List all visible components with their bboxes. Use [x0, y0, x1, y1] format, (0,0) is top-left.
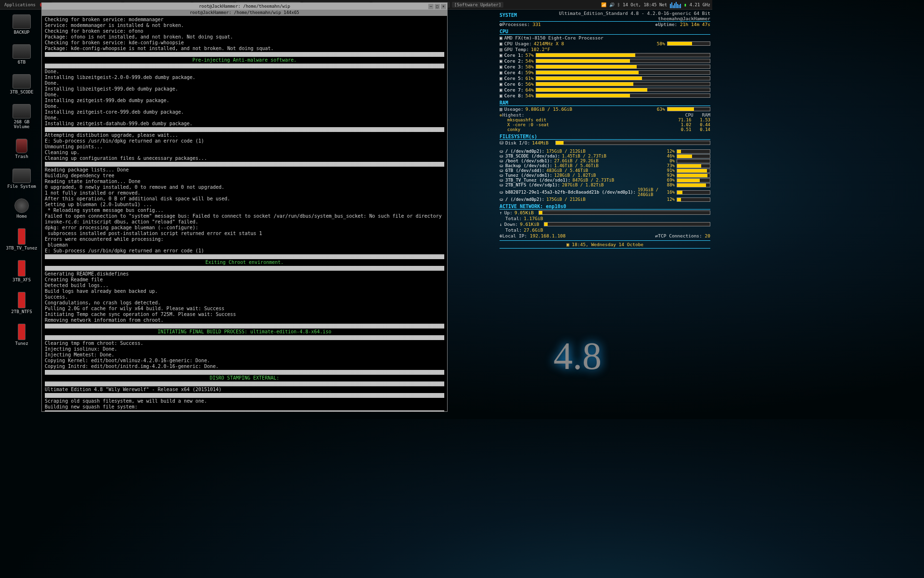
terminal-body[interactable]: Checking for broken service: modemmanage…: [42, 16, 447, 411]
desktop-icon-label: Trash: [15, 154, 28, 159]
desktop-icon-label: 6TB: [18, 60, 26, 65]
terminal-line: Building dependency tree: [45, 173, 444, 179]
desktop-icon-3tb_scode[interactable]: 3TB_SCODE: [5, 74, 38, 94]
drive-icon: [13, 104, 31, 118]
terminal-line: Checking for broken service: modemmanage…: [45, 17, 444, 23]
user-line: theemahn@JackHammer: [559, 16, 710, 21]
terminal-line: Detected build logs...: [45, 283, 444, 289]
terminal-line: Installing zeitgeist-999.deb dumby packa…: [45, 98, 444, 104]
cpu-section-title: CPU: [500, 29, 710, 35]
apps-menu-label: Applications: [4, 2, 36, 7]
desktop-icon-tunez[interactable]: Tunez: [5, 324, 38, 346]
terminal-line: Building new squash file system:: [45, 404, 444, 410]
process-row: mksquashfs edit71.161.53: [500, 118, 710, 122]
terminal-line: Package: ofono is not installed, and not…: [45, 34, 444, 40]
terminal-line: Initiating Temp cache sync operation of …: [45, 312, 444, 317]
terminal-line: Success.: [45, 294, 444, 300]
terminal-titlebar[interactable]: root@JackHammer: /home/theemahn/wip – □ …: [42, 3, 447, 10]
drive-icon: [13, 44, 31, 59]
desktop-icon-backup[interactable]: BACKUP: [5, 14, 38, 35]
desktop-icon-label: 3TB_XFS: [13, 277, 31, 282]
terminal-line: Done.: [45, 69, 444, 75]
terminal-line: Clearing tmp from chroot: Success.: [45, 341, 444, 346]
terminal-line: subprocess installed post-installation s…: [45, 231, 444, 236]
taskbar-item-6[interactable]: [Software Updater]: [452, 2, 504, 8]
desktop-icon-label: 2TB_NTFS: [11, 309, 32, 314]
desktop-icon-268-gb-volume[interactable]: 268 GB Volume: [5, 104, 38, 129]
desktop-icon-label: 268 GB Volume: [5, 119, 38, 129]
core-row: ▣Core 3: 58%: [500, 64, 710, 69]
terminal-subtitle: root@JackHammer: /home/theemahn/wip 144x…: [42, 10, 447, 16]
desktop-icon-2tb_ntfs[interactable]: 2TB_NTFS: [5, 292, 38, 314]
cpu-model: AMD FX(tm)-8150 Eight-Core Processor: [504, 35, 603, 40]
terminal-line: Setting up blueman (2.0-1ubuntu1) ...: [45, 202, 444, 208]
bluetooth-icon[interactable]: ᛒ: [617, 2, 620, 7]
terminal-line: Done.: [45, 115, 444, 121]
net-section-title: ACTIVE NETWORK: enp10s0: [500, 204, 710, 210]
terminal-line: Pulling 2.0G of cache for wily x64 build…: [45, 306, 444, 312]
terminal-line: Service: modemmanager is installed & not…: [45, 23, 444, 28]
battery-icon[interactable]: ▮: [684, 2, 686, 7]
terminal-line: Done.: [45, 92, 444, 98]
terminal-line: Cleaning up configuration files & uneces…: [45, 156, 444, 161]
terminal-header: Exiting Chroot environment.: [45, 260, 444, 265]
terminal-line: Installing libzeitgeist-999.deb dumby pa…: [45, 86, 444, 92]
drive-icon: [13, 74, 31, 89]
volume-icon[interactable]: 🔊: [609, 2, 615, 7]
terminal-line: Checking for broken service: ofono: [45, 28, 444, 34]
trash-icon: [16, 139, 27, 153]
filesystem-row: ⛀/ (/dev/md0p2): 175GiB / 212GiB12%: [500, 197, 710, 202]
drive-icon: [13, 14, 31, 29]
terminal-line: Injecting Memtest: Done.: [45, 352, 444, 358]
process-row: conky0.510.14: [500, 127, 710, 132]
desktop-icon-label: 3TB_TV_Tunez: [6, 246, 37, 250]
cpu-monitor-icon[interactable]: [670, 1, 681, 8]
terminal-line: Installing libzeitgeist-2.0-0-999.deb du…: [45, 75, 444, 80]
edition-logo: 4.8: [553, 334, 602, 378]
maximize-button[interactable]: □: [435, 4, 440, 9]
desktop-icon-home[interactable]: Home: [5, 198, 38, 219]
desktop-icon-file-system[interactable]: File System: [5, 169, 38, 189]
minimize-button[interactable]: –: [428, 4, 434, 9]
terminal-line: 1 not fully installed or removed.: [45, 190, 444, 196]
filesystem-row: ⛀6TB (/dev/sdd): 483GiB / 5.46TiB91%: [500, 168, 710, 173]
terminal-line: Creating Readme file: [45, 277, 444, 283]
core-row: ▣Core 5: 61%: [500, 76, 710, 81]
terminal-line: blueman: [45, 242, 444, 248]
desktop-icon-3tb_xfs[interactable]: 3TB_XFS: [5, 260, 38, 282]
terminal-line: invoke-rc.d: initscript dbus, action "re…: [45, 219, 444, 225]
desktop-icon-label: Tunez: [15, 341, 28, 346]
system-section-title: SYSTEM: [500, 13, 517, 18]
terminal-line: Failed to open connection to "system" me…: [45, 213, 444, 219]
filesystem-row: ⛀3TB_SCODE (/dev/sda): 1.45TiB / 2.73TiB…: [500, 154, 710, 158]
applications-menu[interactable]: Applications: [2, 2, 38, 8]
clock-label[interactable]: 14 Oct, 18:45 Net: [623, 2, 667, 7]
network-icon[interactable]: 📶: [601, 2, 606, 7]
terminal-line: Ultimate Edition 4.8 "Wily Werewolf" - R…: [45, 387, 444, 393]
usb-icon: [18, 324, 26, 340]
terminal-line: E: Sub-process /usr/bin/dpkg returned an…: [45, 248, 444, 254]
close-button[interactable]: ×: [441, 4, 446, 9]
conky-panel: SYSTEM Ultimate_Edition_Standard 4.8 - 4…: [500, 11, 710, 249]
terminal-line: Checking for broken service: kde-config-…: [45, 40, 444, 46]
terminal-line: Removing network information from chroot…: [45, 317, 444, 323]
terminal-line: Injecting isolinux: Done.: [45, 346, 444, 352]
terminal-line: Reading state information... Done: [45, 179, 444, 184]
desktop-icon-3tb_tv_tunez[interactable]: 3TB_TV_Tunez: [5, 228, 38, 250]
cpu-freq-label: 4.21 GHz: [690, 2, 710, 7]
fs-section-title: FILESYSTEM(s): [500, 134, 710, 140]
core-row: ▣Core 4: 59%: [500, 70, 710, 75]
usb-icon: [18, 228, 26, 245]
terminal-line: Congradulations, no crash logs detected.: [45, 300, 444, 306]
desktop-icon-label: BACKUP: [14, 30, 30, 35]
terminal-line: After this operation, 0 B of additional …: [45, 196, 444, 202]
terminal-line: Installing zeitgeist-core-999.deb dumby …: [45, 109, 444, 115]
desktop-icons: BACKUP6TB3TB_SCODE268 GB VolumeTrashFile…: [5, 14, 38, 346]
desktop-icon-trash[interactable]: Trash: [5, 139, 38, 159]
usb-icon: [18, 292, 26, 308]
filesystem-row: ⛀Backup (/dev/sdc): 1.46TiB / 5.46TiB73%: [500, 163, 710, 168]
process-row: X -core :0 -seat1.020.44: [500, 122, 710, 127]
terminal-line: Reading package lists... Done: [45, 167, 444, 173]
desktop-icon-6tb[interactable]: 6TB: [5, 44, 38, 65]
filesystem-row: ⛀Tunez (/dev/sdm1): 128GiB / 1.82TiB93%: [500, 173, 710, 178]
